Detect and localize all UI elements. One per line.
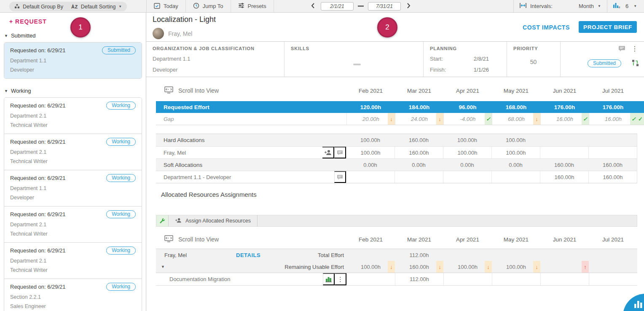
soft-allocation-total-cell: 0.00h [346, 159, 394, 171]
interval-count-control[interactable]: # 6 ▼ [607, 0, 644, 12]
org-role: Developer [153, 67, 284, 73]
soft-allocation-cell: 160.00h [588, 171, 637, 183]
group-by-dropdown[interactable]: Default Group By ▼ [9, 2, 75, 11]
add-person-icon[interactable] [322, 147, 334, 158]
date-from-input[interactable] [321, 2, 354, 11]
add-request-button[interactable]: + REQUEST [9, 18, 47, 25]
gap-cell: 16.00h✓ [540, 113, 589, 125]
scroll-into-view-icon [164, 86, 173, 95]
next-period-button[interactable] [405, 2, 413, 11]
request-card[interactable]: Requested on: 6/29/21WorkingDepartment 2… [4, 242, 142, 279]
request-role: Developer [10, 195, 136, 201]
clock-icon [193, 3, 199, 10]
gap-cell: 20.00h↓ [346, 113, 395, 125]
priority-section: PRIORITY 50 [507, 42, 561, 77]
total-effort-cell [346, 249, 395, 261]
assignment-task-row[interactable]: Documentation Migration ⋮ 112.00h [156, 273, 637, 286]
task-effort-cell: 112.00h [395, 273, 443, 285]
tools-wrench-icon[interactable] [156, 215, 169, 226]
presets-button[interactable]: Presets [231, 0, 274, 12]
gap-label: Gap [156, 113, 346, 125]
expand-caret-icon[interactable]: ▼ [156, 265, 165, 269]
resource-group-row: Fray, Mel DETAILS Total Effort 112.00h ▼… [156, 249, 637, 273]
kebab-menu-icon[interactable]: ⋮ [335, 273, 346, 285]
assignments-section-title: Allocated Resources Assignments [161, 191, 257, 198]
status-badge: Working [106, 283, 136, 291]
column-chart-icon[interactable] [323, 273, 335, 285]
hard-allocation-total-cell [540, 134, 588, 146]
hard-allocations-row: Hard Allocations 100.00h160.00h100.00h10… [156, 134, 637, 146]
status-badge: Submitted [102, 46, 136, 54]
collapse-caret-icon: ▼ [4, 34, 8, 38]
finish-label: Finish: [430, 67, 446, 73]
cell-value: 16.00h [556, 116, 573, 122]
charts-fab-button[interactable] [623, 294, 644, 311]
down-indicator-icon: ↓ [388, 113, 395, 125]
request-card[interactable]: Requested on: 6/29/21WorkingDepartment 2… [4, 134, 142, 170]
request-org: Section 2.2.1 [10, 294, 136, 300]
task-effort-cell [443, 273, 492, 285]
gap-cell: 24.00h↓ [395, 113, 443, 125]
submitted-group-label: Submitted [11, 32, 36, 39]
chevron-down-icon: ▼ [633, 4, 637, 8]
intervals-control[interactable]: Intervals: Month ▼ [513, 0, 607, 12]
assign-allocated-resources-button[interactable]: Assign Allocated Resources [169, 215, 258, 226]
soft-allocations-row: Soft Allocations 0.00h0.00h0.00h0.00h160… [156, 158, 637, 171]
skills-empty-dash [353, 64, 361, 65]
chevron-down-icon: ▼ [598, 4, 601, 8]
jump-to-button[interactable]: Jump To [186, 0, 231, 12]
hard-resource-row[interactable]: Fray, Mel 100.00h160.00h100.00h100.00h [156, 146, 637, 158]
bar-count-icon: # [613, 3, 620, 10]
scroll-into-view-button[interactable]: Scroll Into View [156, 235, 219, 244]
workflow-icon[interactable] [632, 59, 639, 68]
request-card[interactable]: Requested on: 6/29/21WorkingDepartment 2… [4, 206, 142, 242]
total-effort-cell [540, 249, 589, 261]
interval-width-icon [520, 3, 526, 9]
request-card[interactable]: Requested on: 6/29/21SubmittedDepartment… [4, 43, 142, 78]
request-org: Department 1.1 [10, 185, 136, 191]
sorting-dropdown[interactable]: ȦZ Default Sorting ▼ [66, 2, 127, 11]
hard-allocation-total-cell: 100.00h [443, 134, 491, 146]
request-card[interactable]: Requested on: 6/29/21WorkingSection 2.2.… [4, 279, 142, 311]
soft-resource-row[interactable]: Department 1.1 - Developer 160.00h160.00… [156, 171, 637, 183]
date-range-dash [358, 5, 364, 7]
request-org: Department 2.1 [10, 113, 136, 119]
remaining-effort-cell: 100.00h↓ [492, 261, 540, 273]
down-indicator-icon: ↓ [436, 113, 443, 125]
soft-allocation-cell: 160.00h [540, 171, 588, 183]
month-column-header: Jul 2021 [589, 83, 637, 98]
month-column-header: Mar 2021 [395, 232, 443, 247]
bar-chart-icon [634, 300, 643, 308]
calendar-icon [154, 3, 160, 10]
request-card[interactable]: Requested on: 6/29/21WorkingDepartment 2… [4, 98, 142, 134]
kebab-menu-icon[interactable]: ⋮ [631, 45, 638, 53]
task-effort-cell [346, 273, 395, 285]
scroll-into-view-button[interactable]: Scroll Into View [156, 86, 219, 95]
comment-icon[interactable] [334, 147, 346, 158]
details-link[interactable]: DETAILS [236, 252, 260, 258]
skills-section: SKILLS [284, 42, 424, 77]
planning-section: PLANNING Start: 2/8/21 Finish: 1/1/26 [424, 42, 507, 77]
project-brief-button[interactable]: PROJECT BRIEF [579, 21, 637, 33]
status-badge: Working [106, 102, 136, 110]
comment-icon[interactable] [334, 171, 346, 183]
soft-allocations-label: Soft Allocations [156, 159, 346, 171]
cost-impacts-button[interactable]: COST IMPACTS [523, 24, 570, 31]
date-to-input[interactable] [368, 2, 401, 11]
resource-name: Fray, Mel [156, 252, 228, 258]
requested-effort-cell: 168.00h [492, 101, 540, 113]
request-card[interactable]: Requested on: 6/29/21WorkingDepartment 1… [4, 170, 142, 206]
project-owner: Fray, Mel [168, 30, 192, 37]
collapse-caret-icon: ▼ [4, 89, 8, 93]
prev-period-button[interactable] [309, 2, 317, 11]
soft-allocation-total-cell: 160.00h [540, 159, 588, 171]
today-button[interactable]: Today [147, 0, 186, 12]
comment-icon[interactable] [618, 46, 625, 53]
total-effort-cell [443, 249, 492, 261]
month-column-header: Jun 2021 [540, 83, 589, 98]
chevron-down-icon: ▼ [118, 5, 122, 8]
working-cards-list: Requested on: 6/29/21WorkingDepartment 2… [4, 97, 142, 311]
scroll-into-view-label: Scroll Into View [178, 87, 219, 94]
working-group-header[interactable]: ▼ Working [4, 88, 146, 94]
presets-label: Presets [248, 3, 266, 9]
